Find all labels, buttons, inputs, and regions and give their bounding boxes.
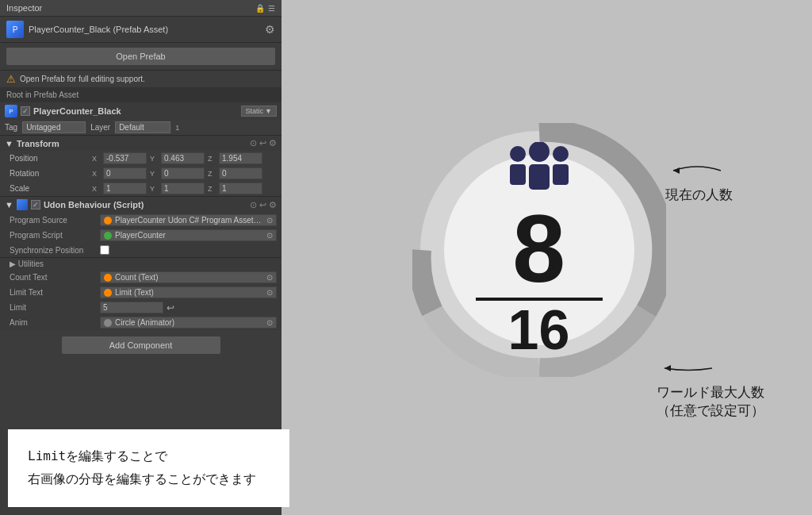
pos-z-field: Z bbox=[208, 152, 262, 164]
position-label: Position bbox=[10, 154, 89, 163]
pos-z-label: Z bbox=[208, 155, 217, 163]
limit-reset-icon[interactable]: ↩ bbox=[167, 302, 174, 313]
svg-point-6 bbox=[529, 142, 550, 162]
tag-select[interactable]: Untagged bbox=[22, 121, 86, 133]
asset-header: P PlayerCounter_Black (Prefab Asset) ⚙ bbox=[0, 17, 282, 43]
program-source-link[interactable]: ⊙ bbox=[266, 216, 273, 225]
rot-z-input[interactable] bbox=[219, 167, 262, 179]
limit-count: 16 bbox=[508, 302, 570, 358]
udon-collapse-icon[interactable]: ▼ bbox=[5, 200, 13, 209]
collapse-icon[interactable]: ▼ bbox=[5, 139, 13, 148]
transform-icon-2[interactable]: ↩ bbox=[259, 138, 266, 148]
tag-layer-row: Tag Untagged Layer Default 1 bbox=[0, 120, 282, 135]
pos-x-input[interactable] bbox=[103, 152, 147, 164]
udon-icon bbox=[17, 199, 28, 210]
prefab-icon: P bbox=[6, 21, 24, 38]
limit-text-value: Limit (Text) bbox=[115, 288, 154, 297]
layer-select[interactable]: Default bbox=[115, 121, 170, 133]
count-text-icon bbox=[104, 274, 112, 282]
transform-icon-1[interactable]: ⊙ bbox=[250, 138, 257, 148]
rot-y-field: Y bbox=[150, 167, 205, 179]
scale-z-field: Z bbox=[208, 183, 262, 194]
player-counter-icon: P bbox=[5, 105, 17, 117]
count-text-field[interactable]: Count (Text) ⊙ bbox=[100, 271, 277, 283]
rot-x-input[interactable] bbox=[103, 167, 147, 179]
utilities-collapse-icon[interactable]: ▶ bbox=[10, 259, 16, 268]
layer-label: Layer bbox=[90, 123, 110, 132]
udon-checkbox[interactable] bbox=[31, 200, 40, 209]
tag-label: Tag bbox=[5, 123, 17, 132]
program-script-link[interactable]: ⊙ bbox=[266, 231, 273, 240]
transform-icons: ⊙ ↩ ⚙ bbox=[250, 138, 277, 148]
limit-row: Limit ↩ bbox=[0, 300, 282, 315]
current-arrow-svg bbox=[665, 159, 729, 183]
static-badge[interactable]: Static ▼ bbox=[241, 106, 277, 117]
pos-z-input[interactable] bbox=[219, 152, 262, 164]
rot-y-input[interactable] bbox=[161, 167, 205, 179]
position-row: Position X Y Z bbox=[0, 151, 282, 166]
count-text-link[interactable]: ⊙ bbox=[266, 273, 273, 282]
explanation-line2: 右画像の分母を編集することができます bbox=[28, 468, 270, 491]
rotation-row: Rotation X Y Z bbox=[0, 166, 282, 181]
anim-icon bbox=[104, 319, 112, 327]
scale-x-input[interactable] bbox=[103, 183, 147, 194]
sync-position-row: Synchronize Position bbox=[0, 243, 282, 257]
pos-y-input[interactable] bbox=[161, 152, 205, 164]
pos-y-field: Y bbox=[150, 152, 205, 164]
count-text-label: Count Text bbox=[10, 273, 97, 282]
rot-z-field: Z bbox=[208, 167, 262, 179]
game-preview: 8 16 現在の人数 ワールド最大人数 （任意で設定可） bbox=[282, 0, 812, 515]
pos-x-field: X bbox=[92, 152, 147, 164]
scale-x-field: X bbox=[92, 183, 147, 194]
anim-value: Circle (Animator) bbox=[115, 318, 174, 327]
current-count: 8 bbox=[512, 201, 565, 296]
transform-section-header: ▼ Transform ⊙ ↩ ⚙ bbox=[0, 135, 282, 151]
program-source-row: Program Source PlayerCounter Udon C# Pro… bbox=[0, 213, 282, 228]
inspector-titlebar: Inspector 🔒 ☰ bbox=[0, 0, 282, 17]
utilities-label: Utilities bbox=[18, 259, 44, 268]
svg-rect-5 bbox=[553, 164, 569, 185]
warning-icon: ⚠ bbox=[6, 73, 16, 85]
udon-label: Udon Behaviour (Script) bbox=[44, 200, 144, 209]
player-counter-component-header: P PlayerCounter_Black Static ▼ bbox=[0, 102, 282, 120]
udon-gear-icon[interactable]: ⚙ bbox=[269, 200, 277, 210]
svg-rect-7 bbox=[529, 164, 550, 190]
scale-z-label: Z bbox=[208, 185, 217, 193]
gear-icon[interactable]: ⚙ bbox=[265, 23, 275, 36]
program-source-label: Program Source bbox=[10, 216, 97, 225]
limit-input[interactable] bbox=[100, 302, 163, 313]
open-prefab-button[interactable]: Open Prefab bbox=[6, 48, 275, 65]
scale-z-input[interactable] bbox=[219, 183, 262, 194]
rotation-value: X Y Z bbox=[92, 167, 277, 179]
menu-icon[interactable]: ☰ bbox=[268, 4, 275, 13]
counter-content: 8 16 bbox=[412, 123, 666, 377]
static-dropdown-icon[interactable]: ▼ bbox=[265, 107, 272, 115]
limit-text-link[interactable]: ⊙ bbox=[266, 288, 273, 297]
limit-text-field[interactable]: Limit (Text) ⊙ bbox=[100, 286, 277, 298]
anim-link[interactable]: ⊙ bbox=[266, 318, 273, 327]
anim-label: Anim bbox=[10, 318, 97, 327]
program-script-icon bbox=[104, 232, 112, 240]
limit-annotation-line2: （任意で設定可） bbox=[657, 402, 764, 420]
scale-y-input[interactable] bbox=[161, 183, 205, 194]
program-script-value: PlayerCounter bbox=[115, 231, 166, 240]
svg-point-4 bbox=[553, 146, 569, 162]
program-script-field[interactable]: PlayerCounter ⊙ bbox=[100, 229, 277, 241]
player-counter-checkbox[interactable] bbox=[21, 106, 30, 116]
lock-icon[interactable]: 🔒 bbox=[255, 4, 265, 13]
inspector-controls: 🔒 ☰ bbox=[255, 4, 275, 13]
sync-position-checkbox[interactable] bbox=[100, 245, 109, 255]
explanation-line1: Limitを編集することで bbox=[28, 445, 270, 468]
limit-annotation-line1: ワールド最大人数 bbox=[657, 383, 764, 402]
limit-text-label: Limit Text bbox=[10, 288, 97, 297]
udon-header: ▼ Udon Behaviour (Script) ⊙ ↩ ⚙ bbox=[0, 197, 282, 213]
transform-gear-icon[interactable]: ⚙ bbox=[269, 138, 277, 148]
udon-icon-2[interactable]: ↩ bbox=[259, 200, 266, 210]
anim-field[interactable]: Circle (Animator) ⊙ bbox=[100, 317, 277, 329]
add-component-button[interactable]: Add Component bbox=[62, 336, 220, 354]
warning-text: Open Prefab for full editing support. bbox=[20, 75, 145, 83]
udon-icon-1[interactable]: ⊙ bbox=[250, 200, 257, 210]
program-source-field[interactable]: PlayerCounter Udon C# Program Asset (Udo… bbox=[100, 214, 277, 226]
scale-value: X Y Z bbox=[92, 183, 277, 194]
sync-position-label: Synchronize Position bbox=[10, 246, 97, 255]
